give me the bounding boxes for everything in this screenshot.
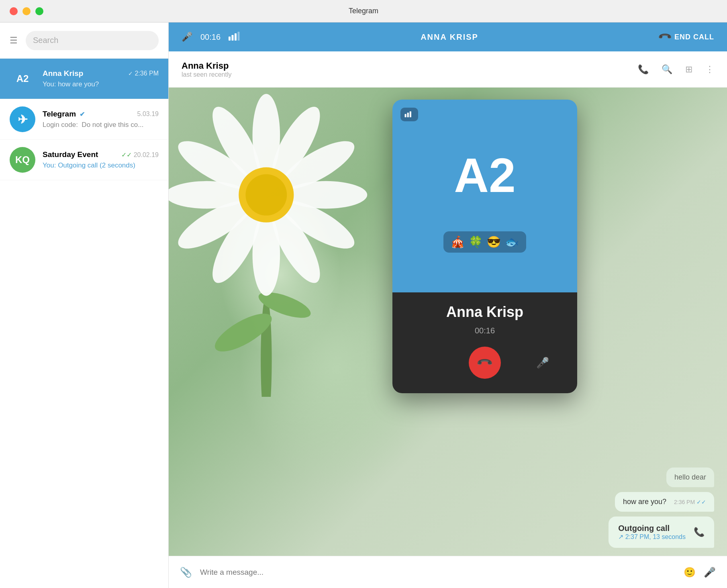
layout-icon[interactable]: ⊞ <box>685 64 692 75</box>
app-body: ☰ Search A2 Anna Krisp ✓ 2:36 PM You: <box>0 22 727 588</box>
chat-time: 5.03.19 <box>137 110 159 118</box>
svg-rect-23 <box>410 111 411 117</box>
call-bar: 🎤 00:16 ANNA KRISP 📞 END CALL <box>169 22 727 51</box>
message-input[interactable] <box>200 568 676 577</box>
call-phone-icon: 📞 <box>694 527 705 537</box>
call-timer: 00:16 <box>200 33 221 42</box>
voice-message-icon[interactable]: 🎤 <box>704 567 716 578</box>
chat-header: Anna Krisp last seen recently 📞 🔍 ⊞ ⋮ <box>169 51 727 88</box>
call-avatar: A2 <box>445 135 525 215</box>
chat-item-saturday-event[interactable]: KQ Saturday Event ✓✓ 20.02.19 You: Outgo… <box>0 140 168 180</box>
chat-item-telegram[interactable]: ✈ Telegram ✔ 5.03.19 Login code: Do not … <box>0 99 168 140</box>
window-controls <box>10 7 43 15</box>
emoji-2: 🍀 <box>469 235 483 249</box>
call-card: A2 🎪 🍀 😎 🐟 Anna Krisp 00:16 📞 <box>392 100 577 393</box>
svg-rect-1 <box>232 35 234 41</box>
daisy-flower <box>169 88 418 397</box>
chat-name: Anna Krisp <box>43 69 83 78</box>
double-check-icon: ✓✓ <box>121 151 132 158</box>
search-icon[interactable]: 🔍 <box>662 64 672 75</box>
mic-icon: 🎤 <box>536 357 549 369</box>
more-icon[interactable]: ⋮ <box>705 64 714 75</box>
avatar: KQ <box>10 147 35 173</box>
end-call-large-button[interactable]: 📞 <box>469 347 501 379</box>
app-title: Telegram <box>349 7 378 15</box>
call-card-timer: 00:16 <box>475 326 495 335</box>
end-call-button[interactable]: 📞 END CALL <box>659 32 714 42</box>
chat-background: hello dear how are you? 2:36 PM ✓✓ Outgo… <box>169 88 727 556</box>
verified-icon: ✔ <box>80 110 85 118</box>
minimize-button[interactable] <box>22 7 31 15</box>
svg-point-4 <box>261 296 272 397</box>
emoji-1: 🎪 <box>451 235 465 249</box>
emoji-3: 😎 <box>487 235 501 249</box>
chat-preview: Login code: Do not give this co... <box>43 121 159 129</box>
outgoing-call-title: Outgoing call <box>618 524 686 533</box>
call-card-bottom: Anna Krisp 00:16 📞 🎤 <box>392 292 577 393</box>
chat-top: Saturday Event ✓✓ 20.02.19 <box>43 150 159 159</box>
signal-badge <box>400 108 418 121</box>
phone-icon[interactable]: 📞 <box>638 64 649 75</box>
sidebar: ☰ Search A2 Anna Krisp ✓ 2:36 PM You: <box>0 22 169 588</box>
check-icon: ✓ <box>128 70 133 77</box>
message-bubble: hello dear <box>666 468 714 487</box>
chat-info: Saturday Event ✓✓ 20.02.19 You: Outgoing… <box>43 150 159 169</box>
outgoing-call-bubble: Outgoing call ↗ 2:37 PM, 13 seconds 📞 <box>609 517 714 548</box>
chat-name: Saturday Event <box>43 150 98 159</box>
svg-rect-2 <box>235 33 237 41</box>
emoji-picker-icon[interactable]: 🙂 <box>684 567 696 578</box>
sidebar-header: ☰ Search <box>0 22 168 59</box>
attachment-icon[interactable]: 📎 <box>180 567 192 578</box>
call-card-top: A2 🎪 🍀 😎 🐟 <box>392 100 577 292</box>
search-box[interactable]: Search <box>26 31 159 50</box>
call-mic-icon: 🎤 <box>182 32 192 42</box>
close-button[interactable] <box>10 7 18 15</box>
chat-time: ✓✓ 20.02.19 <box>121 151 159 159</box>
chat-time: ✓ 2:36 PM <box>128 70 159 77</box>
svg-point-20 <box>245 174 287 216</box>
chat-name: Telegram ✔ <box>43 110 85 118</box>
hangup-icon: 📞 <box>476 354 494 372</box>
maximize-button[interactable] <box>35 7 43 15</box>
call-card-actions: 📞 🎤 <box>417 347 552 379</box>
chat-item-anna-krisp[interactable]: A2 Anna Krisp ✓ 2:36 PM You: how are you… <box>0 59 168 99</box>
outgoing-call-detail: ↗ 2:37 PM, 13 seconds <box>618 533 686 541</box>
titlebar: Telegram <box>0 0 727 22</box>
message-bubble: how are you? 2:36 PM ✓✓ <box>615 492 714 512</box>
messages-area: hello dear how are you? 2:36 PM ✓✓ Outgo… <box>336 459 727 556</box>
chat-panel: 🎤 00:16 ANNA KRISP 📞 END CALL Anna Krisp <box>169 22 727 588</box>
message-status-icon: ✓✓ <box>696 499 706 505</box>
chat-top: Anna Krisp ✓ 2:36 PM <box>43 69 159 78</box>
search-placeholder: Search <box>33 36 58 45</box>
chat-info: Telegram ✔ 5.03.19 Login code: Do not gi… <box>43 110 159 129</box>
emoji-row[interactable]: 🎪 🍀 😎 🐟 <box>443 231 526 253</box>
call-signal-icon <box>229 32 240 43</box>
emoji-4: 🐟 <box>505 235 519 249</box>
chat-header-icons: 📞 🔍 ⊞ ⋮ <box>638 64 714 75</box>
chat-preview: You: how are you? <box>43 80 159 88</box>
chat-list: A2 Anna Krisp ✓ 2:36 PM You: how are you… <box>0 59 168 588</box>
avatar: ✈ <box>10 106 35 132</box>
message-time: 2:36 PM ✓✓ <box>674 499 706 505</box>
svg-rect-21 <box>405 114 406 117</box>
svg-rect-22 <box>407 113 409 117</box>
chat-preview: You: Outgoing call (2 seconds) <box>43 161 159 169</box>
chat-header-info: Anna Krisp last seen recently <box>182 61 638 78</box>
message-text: hello dear <box>674 473 706 481</box>
end-call-label: END CALL <box>674 33 714 41</box>
avatar: A2 <box>10 66 35 92</box>
mute-button[interactable]: 🎤 <box>533 353 552 372</box>
call-card-name: Anna Krisp <box>446 304 523 321</box>
svg-rect-3 <box>238 32 240 41</box>
menu-icon[interactable]: ☰ <box>10 35 18 46</box>
chat-top: Telegram ✔ 5.03.19 <box>43 110 159 118</box>
chat-input-bar: 📎 🙂 🎤 <box>169 556 727 588</box>
chat-info: Anna Krisp ✓ 2:36 PM You: how are you? <box>43 69 159 88</box>
outgoing-call-info: Outgoing call ↗ 2:37 PM, 13 seconds <box>618 524 686 541</box>
chat-header-status: last seen recently <box>182 71 638 78</box>
phone-end-icon: 📞 <box>657 29 672 45</box>
svg-rect-0 <box>229 37 231 41</box>
message-text: how are you? <box>623 498 666 506</box>
chat-header-name: Anna Krisp <box>182 61 638 71</box>
call-contact-name: ANNA KRISP <box>248 33 651 42</box>
